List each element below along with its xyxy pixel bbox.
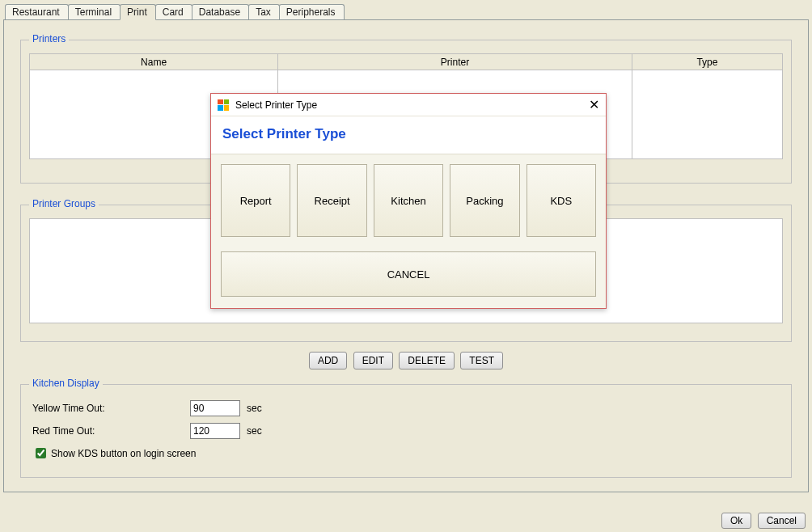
printer-type-kitchen[interactable]: Kitchen bbox=[374, 164, 443, 237]
dialog-footer: Ok Cancel bbox=[720, 513, 807, 529]
printer-type-kds[interactable]: KDS bbox=[527, 164, 596, 237]
printers-col-printer[interactable]: Printer bbox=[278, 54, 632, 70]
group-kds-legend: Kitchen Display bbox=[29, 378, 103, 389]
tab-tax[interactable]: Tax bbox=[248, 4, 280, 19]
group-printers-legend: Printers bbox=[29, 33, 69, 44]
red-timeout-label: Red Time Out: bbox=[32, 425, 190, 437]
tab-terminal[interactable]: Terminal bbox=[68, 4, 121, 19]
tab-database[interactable]: Database bbox=[192, 4, 249, 19]
printer-type-choices: Report Receipt Kitchen Packing KDS bbox=[211, 154, 606, 243]
group-printer-groups-legend: Printer Groups bbox=[29, 198, 99, 209]
yellow-timeout-label: Yellow Time Out: bbox=[32, 403, 190, 414]
tab-restaurant[interactable]: Restaurant bbox=[5, 4, 69, 19]
add-button[interactable]: ADD bbox=[309, 352, 347, 369]
printer-type-packing[interactable]: Packing bbox=[450, 164, 519, 237]
printers-col-type[interactable]: Type bbox=[632, 54, 782, 70]
close-icon[interactable]: ✕ bbox=[589, 99, 599, 111]
tab-card[interactable]: Card bbox=[155, 4, 192, 19]
printer-type-receipt[interactable]: Receipt bbox=[297, 164, 366, 237]
test-button[interactable]: TEST bbox=[460, 352, 503, 369]
dialog-heading: Select Printer Type bbox=[211, 116, 606, 154]
printer-type-report[interactable]: Report bbox=[221, 164, 290, 237]
yellow-timeout-input[interactable] bbox=[190, 400, 240, 416]
dialog-title: Select Printer Type bbox=[235, 99, 317, 111]
printer-groups-button-row: ADD EDIT DELETE TEST bbox=[20, 352, 792, 369]
app-icon bbox=[218, 99, 229, 111]
tab-peripherals[interactable]: Peripherals bbox=[279, 4, 345, 19]
tab-strip: Restaurant Terminal Print Card Database … bbox=[0, 0, 812, 19]
group-kitchen-display: Kitchen Display Yellow Time Out: sec Red… bbox=[20, 384, 792, 478]
delete-button[interactable]: DELETE bbox=[399, 352, 455, 369]
printers-col-name[interactable]: Name bbox=[30, 54, 278, 70]
red-timeout-input[interactable] bbox=[190, 423, 240, 439]
ok-button[interactable]: Ok bbox=[721, 513, 751, 529]
tab-print[interactable]: Print bbox=[120, 4, 156, 20]
red-timeout-unit: sec bbox=[247, 425, 262, 437]
show-kds-checkbox[interactable] bbox=[36, 448, 46, 458]
dialog-titlebar[interactable]: Select Printer Type ✕ bbox=[211, 94, 606, 116]
yellow-timeout-unit: sec bbox=[247, 403, 262, 414]
select-printer-type-dialog: Select Printer Type ✕ Select Printer Typ… bbox=[210, 93, 607, 309]
cancel-button[interactable]: Cancel bbox=[758, 513, 806, 529]
show-kds-label: Show KDS button on login screen bbox=[51, 448, 196, 459]
dialog-cancel-button[interactable]: CANCEL bbox=[221, 251, 596, 297]
edit-button[interactable]: EDIT bbox=[353, 352, 393, 369]
